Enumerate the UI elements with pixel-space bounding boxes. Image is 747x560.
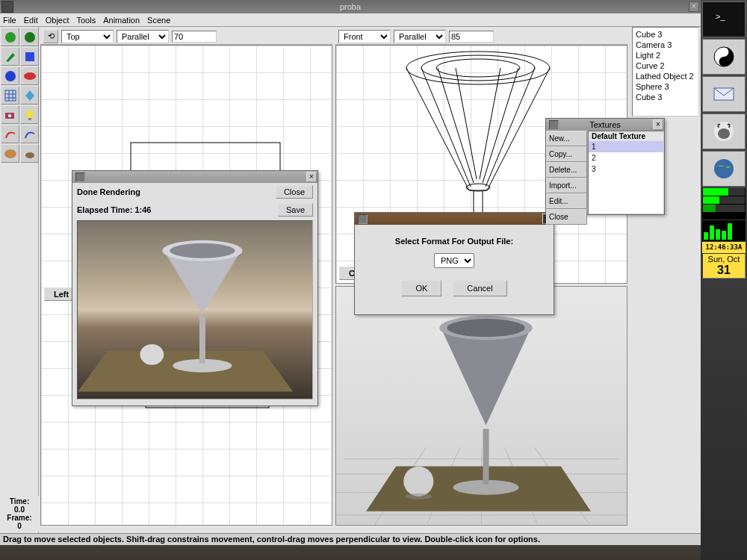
dock-clock[interactable]: 12:46:33A Sun, Oct 31 [702, 242, 746, 279]
tool-sphere-blue[interactable] [1, 66, 19, 85]
textures-list-header: Default Texture [589, 131, 663, 141]
list-item[interactable]: Camera 3 [634, 40, 697, 50]
svg-point-46 [714, 159, 734, 178]
time-label: Time: [0, 497, 39, 505]
desktop-dock: >_ 12:46:33A Sun, Oct 31 [701, 0, 747, 560]
svg-text:>_: >_ [716, 12, 725, 21]
menu-object[interactable]: Object [46, 16, 69, 25]
svg-rect-10 [28, 118, 31, 120]
dock-terminal-icon[interactable]: >_ [702, 1, 746, 37]
window-menu-icon[interactable] [75, 172, 85, 182]
tool-curve-blue[interactable] [20, 125, 39, 143]
titlebar[interactable]: proba × [0, 0, 701, 13]
window-menu-icon[interactable] [358, 214, 368, 224]
dock-mail-icon[interactable] [702, 76, 746, 112]
window-menu-icon[interactable] [549, 120, 559, 130]
render-elapsed: Elapsed Time: 1:46 [77, 205, 151, 214]
tool-teapot[interactable] [20, 144, 39, 163]
close-icon[interactable]: × [653, 119, 663, 130]
menu-scene[interactable]: Scene [147, 16, 170, 25]
menubar: File Edit Object Tools Animation Scene [0, 13, 701, 27]
tool-camera[interactable] [1, 105, 19, 124]
tool-palette[interactable] [1, 144, 19, 163]
viewport-perspective[interactable] [335, 286, 627, 526]
save-button[interactable]: Save [278, 203, 313, 217]
time-value: 0.0 [0, 505, 39, 514]
textures-delete-button[interactable]: Delete... [546, 162, 587, 178]
textures-edit-button[interactable]: Edit... [546, 193, 587, 209]
clock-time: 12:46:33A [702, 242, 746, 253]
menu-file[interactable]: File [3, 16, 16, 25]
list-item[interactable]: Cube 3 [634, 92, 697, 102]
textures-titlebar[interactable]: Textures × [546, 119, 664, 131]
dock-globe-icon[interactable] [702, 151, 746, 187]
tool-sphere-green[interactable] [1, 28, 19, 46]
tool-grid[interactable] [1, 86, 19, 105]
tool-sphere-green-b[interactable] [20, 28, 39, 46]
svg-rect-5 [5, 90, 16, 101]
dock-volume-bars[interactable] [702, 220, 746, 241]
format-dialog-titlebar[interactable]: × [355, 213, 554, 225]
tool-cube[interactable] [20, 47, 39, 66]
svg-point-3 [5, 71, 16, 81]
window-close-button[interactable]: × [689, 1, 699, 12]
list-item[interactable]: 3 [589, 164, 663, 175]
textures-list[interactable]: Default Texture 1 2 3 [588, 131, 664, 214]
svg-point-45 [718, 128, 730, 139]
scene-object-list[interactable]: Cube 3 Camera 3 Light 2 Curve 2 Lathed O… [632, 27, 699, 116]
format-prompt: Select Format For Output File: [362, 237, 546, 246]
toolbar [0, 27, 39, 535]
dock-gnu-icon[interactable] [702, 113, 746, 149]
ok-button[interactable]: OK [401, 280, 441, 296]
zoom-input-left[interactable] [172, 31, 217, 43]
render-dialog-titlebar[interactable]: × [72, 171, 317, 183]
textures-import-button[interactable]: Import... [546, 178, 587, 193]
menu-edit[interactable]: Edit [24, 16, 38, 25]
svg-point-39 [170, 243, 235, 258]
textures-panel: Textures × New... Copy... Delete... Impo… [545, 118, 665, 215]
view-select-right[interactable]: Front [338, 30, 391, 43]
format-select[interactable]: PNG [434, 253, 474, 268]
svg-point-31 [405, 494, 432, 500]
close-icon[interactable]: × [306, 172, 317, 182]
list-item[interactable]: 2 [589, 152, 663, 164]
tool-brush[interactable] [1, 47, 19, 66]
textures-new-button[interactable]: New... [546, 131, 587, 146]
svg-point-36 [140, 344, 164, 365]
dock-sound-meter[interactable] [702, 188, 746, 220]
clock-date: Sun, Oct 31 [702, 253, 746, 279]
tool-disc-red[interactable] [20, 66, 39, 85]
render-dialog: × Done Rendering Close Elapsed Time: 1:4… [72, 170, 318, 406]
cancel-button[interactable]: Cancel [453, 280, 506, 296]
tool-curve-red[interactable] [1, 125, 19, 143]
close-button[interactable]: Close [276, 185, 313, 199]
dock-yinyang-icon[interactable] [702, 39, 746, 75]
view-select-left[interactable]: Top [61, 30, 114, 43]
tool-light[interactable] [20, 105, 39, 124]
textures-close-button[interactable]: Close [546, 209, 587, 225]
view-sync-icon[interactable]: ⟲ [43, 30, 58, 43]
list-item[interactable]: Sphere 3 [634, 81, 697, 92]
window-menu-icon[interactable] [1, 1, 13, 13]
menu-tools[interactable]: Tools [77, 16, 96, 25]
frame-value: 0 [0, 522, 39, 530]
list-item[interactable]: Cube 3 [634, 29, 697, 40]
list-item[interactable]: Curve 2 [634, 60, 697, 71]
textures-copy-button[interactable]: Copy... [546, 146, 587, 162]
list-item[interactable]: Lathed Object 2 [634, 71, 697, 81]
list-item[interactable]: Light 2 [634, 50, 697, 60]
menu-animation[interactable]: Animation [103, 16, 140, 25]
tool-crystal[interactable] [20, 86, 39, 105]
svg-point-4 [24, 72, 36, 80]
view-controls-left: ⟲ Top Parallel [40, 28, 332, 45]
projection-select-left[interactable]: Parallel [117, 30, 169, 43]
projection-select-right[interactable]: Parallel [394, 30, 446, 43]
svg-marker-6 [25, 90, 34, 101]
render-status: Done Rendering [77, 187, 140, 196]
svg-point-12 [25, 152, 34, 158]
textures-title: Textures [589, 120, 621, 129]
list-item[interactable]: 1 [589, 141, 663, 152]
svg-point-11 [4, 149, 16, 158]
svg-point-9 [26, 111, 34, 118]
zoom-input-right[interactable] [449, 31, 494, 43]
